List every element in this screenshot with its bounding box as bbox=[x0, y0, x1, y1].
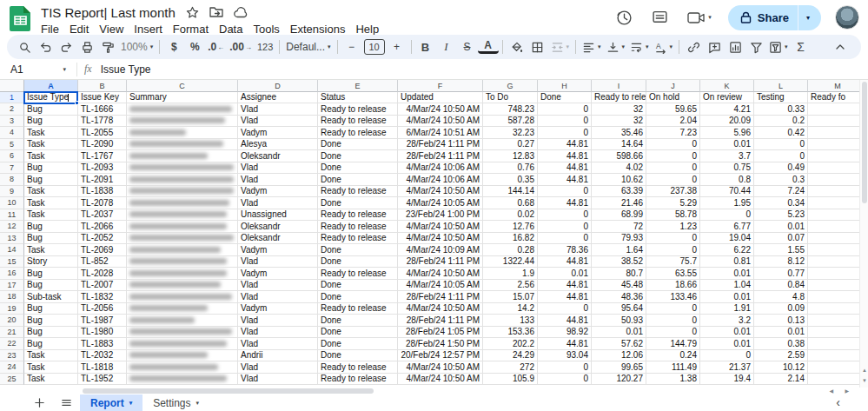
cell-F24[interactable]: 4/Mar/24 10:50 AM bbox=[398, 361, 483, 374]
cell-A18[interactable]: Sub-task bbox=[24, 291, 78, 303]
cell-F12[interactable]: 4/Mar/24 10:50 AM bbox=[398, 221, 483, 233]
cell-F25[interactable]: 4/Mar/24 10:50 AM bbox=[398, 374, 483, 386]
cell-B15[interactable]: TL-852 bbox=[78, 256, 127, 268]
cell-B2[interactable]: TL-1666 bbox=[78, 103, 127, 116]
cell-E9[interactable]: Ready to release bbox=[318, 186, 398, 198]
move-folder-icon[interactable] bbox=[209, 6, 223, 18]
col-header-H[interactable]: H bbox=[538, 80, 592, 92]
cell-J24[interactable]: 111.49 bbox=[646, 361, 700, 374]
cell-C4[interactable] bbox=[127, 127, 238, 139]
font-size-input[interactable]: 10 bbox=[364, 39, 385, 55]
cell-D1[interactable]: Assignee bbox=[238, 92, 318, 104]
sheet-tab-caret-icon[interactable]: ▾ bbox=[196, 400, 200, 407]
horizontal-scrollbar[interactable]: ◀ ▶ bbox=[0, 388, 868, 394]
cell-H6[interactable]: 44.81 bbox=[538, 150, 592, 162]
cell-I19[interactable]: 95.64 bbox=[592, 303, 646, 315]
cell-F22[interactable]: 28/Feb/24 1:50 PM bbox=[398, 338, 483, 350]
cell-G21[interactable]: 153.36 bbox=[483, 327, 538, 339]
cell-I20[interactable]: 50.93 bbox=[592, 315, 646, 327]
cell-J8[interactable]: 0 bbox=[646, 174, 700, 186]
cell-E10[interactable]: Done bbox=[318, 197, 398, 209]
cell-F4[interactable]: 6/Mar/24 10:51 AM bbox=[398, 127, 483, 139]
cell-C16[interactable] bbox=[127, 268, 238, 280]
cell-A23[interactable]: Task bbox=[24, 350, 78, 362]
cell-J1[interactable]: On hold bbox=[646, 92, 700, 104]
cell-L12[interactable]: 0.01 bbox=[754, 221, 808, 233]
paint-format-icon[interactable] bbox=[97, 36, 118, 57]
cell-I21[interactable]: 0.01 bbox=[592, 327, 646, 339]
cell-H15[interactable]: 44.81 bbox=[538, 256, 592, 268]
insert-chart-icon[interactable] bbox=[725, 36, 745, 57]
cell-F3[interactable]: 4/Mar/24 10:50 AM bbox=[398, 116, 483, 128]
cell-H16[interactable]: 0.01 bbox=[538, 268, 592, 280]
row-header-6[interactable]: 6 bbox=[0, 150, 24, 162]
row-header-4[interactable]: 4 bbox=[0, 127, 24, 139]
cell-C2[interactable] bbox=[127, 103, 238, 116]
cell-F5[interactable]: 28/Feb/24 1:11 PM bbox=[398, 139, 483, 151]
cell-K13[interactable]: 19.04 bbox=[700, 233, 754, 245]
cell-F19[interactable]: 4/Mar/24 10:50 AM bbox=[398, 303, 483, 315]
cell-K15[interactable]: 0.81 bbox=[700, 256, 754, 268]
cell-G17[interactable]: 2.56 bbox=[483, 280, 538, 292]
cell-D24[interactable]: Vlad bbox=[238, 361, 318, 374]
cell-H5[interactable]: 44.81 bbox=[538, 139, 592, 151]
cell-H13[interactable]: 0 bbox=[538, 233, 592, 245]
cell-F8[interactable]: 4/Mar/24 10:06 AM bbox=[398, 174, 483, 186]
cell-D6[interactable]: Oleksandr bbox=[238, 150, 318, 162]
cell-L6[interactable]: 0 bbox=[754, 150, 808, 162]
cell-B12[interactable]: TL-2066 bbox=[78, 221, 127, 233]
cell-I10[interactable]: 21.46 bbox=[592, 197, 646, 209]
cell-H11[interactable]: 0 bbox=[538, 209, 592, 222]
cell-L21[interactable]: 0.01 bbox=[754, 327, 808, 339]
cell-H18[interactable]: 44.81 bbox=[538, 291, 592, 303]
cell-E22[interactable]: Done bbox=[318, 338, 398, 350]
cell-D18[interactable]: Vlad bbox=[238, 291, 318, 303]
cell-C21[interactable] bbox=[127, 327, 238, 339]
cell-A6[interactable]: Task bbox=[24, 150, 78, 162]
cell-G16[interactable]: 1.9 bbox=[483, 268, 538, 280]
cell-H2[interactable]: 0 bbox=[538, 103, 592, 116]
cell-G19[interactable]: 14.2 bbox=[483, 303, 538, 315]
cell-C5[interactable] bbox=[127, 139, 238, 151]
cell-L2[interactable]: 0.33 bbox=[754, 103, 808, 116]
cell-K17[interactable]: 1.04 bbox=[700, 280, 754, 292]
cell-K4[interactable]: 5.96 bbox=[700, 127, 754, 139]
document-title[interactable]: TIS Report| Last month bbox=[41, 5, 176, 20]
cell-H1[interactable]: Done bbox=[538, 92, 592, 104]
cell-G7[interactable]: 0.76 bbox=[483, 162, 538, 175]
cell-K8[interactable]: 0.8 bbox=[700, 174, 754, 186]
cell-C6[interactable] bbox=[127, 150, 238, 162]
cell-D21[interactable]: Vlad bbox=[238, 327, 318, 339]
cell-J22[interactable]: 144.79 bbox=[646, 338, 700, 350]
cell-I9[interactable]: 63.39 bbox=[592, 186, 646, 198]
cell-K1[interactable]: On review bbox=[700, 92, 754, 104]
cell-L15[interactable]: 8.12 bbox=[754, 256, 808, 268]
increase-font-size-button[interactable]: + bbox=[387, 36, 407, 57]
cell-A10[interactable]: Task bbox=[24, 197, 78, 209]
cell-H3[interactable]: 0 bbox=[538, 116, 592, 128]
cell-K5[interactable]: 0.01 bbox=[700, 139, 754, 151]
cell-J20[interactable]: 0 bbox=[646, 315, 700, 327]
cell-F6[interactable]: 28/Feb/24 1:11 PM bbox=[398, 150, 483, 162]
cell-E19[interactable]: Ready to release bbox=[318, 303, 398, 315]
cell-E11[interactable]: Ready to release bbox=[318, 209, 398, 222]
cell-F11[interactable]: 23/Feb/24 1:00 PM bbox=[398, 209, 483, 222]
cell-J6[interactable]: 0 bbox=[646, 150, 700, 162]
formula-input[interactable]: Issue Type bbox=[101, 63, 151, 76]
cell-G18[interactable]: 15.07 bbox=[483, 291, 538, 303]
cell-A4[interactable]: Task bbox=[24, 127, 78, 139]
undo-icon[interactable] bbox=[35, 36, 56, 57]
cell-I15[interactable]: 38.52 bbox=[592, 256, 646, 268]
cell-E4[interactable]: Ready to release bbox=[318, 127, 398, 139]
cell-B23[interactable]: TL-2032 bbox=[78, 350, 127, 362]
row-header-21[interactable]: 21 bbox=[0, 327, 24, 339]
cell-B22[interactable]: TL-1883 bbox=[78, 338, 127, 350]
cell-C22[interactable] bbox=[127, 338, 238, 350]
cell-H20[interactable]: 44.81 bbox=[538, 315, 592, 327]
create-filter-icon[interactable] bbox=[745, 36, 766, 57]
cell-E12[interactable]: Ready to release bbox=[318, 221, 398, 233]
cell-E25[interactable]: Ready to release bbox=[318, 374, 398, 386]
cell-H12[interactable]: 0 bbox=[538, 221, 592, 233]
cell-L17[interactable]: 0.84 bbox=[754, 280, 808, 292]
row-header-25[interactable]: 25 bbox=[0, 374, 24, 386]
